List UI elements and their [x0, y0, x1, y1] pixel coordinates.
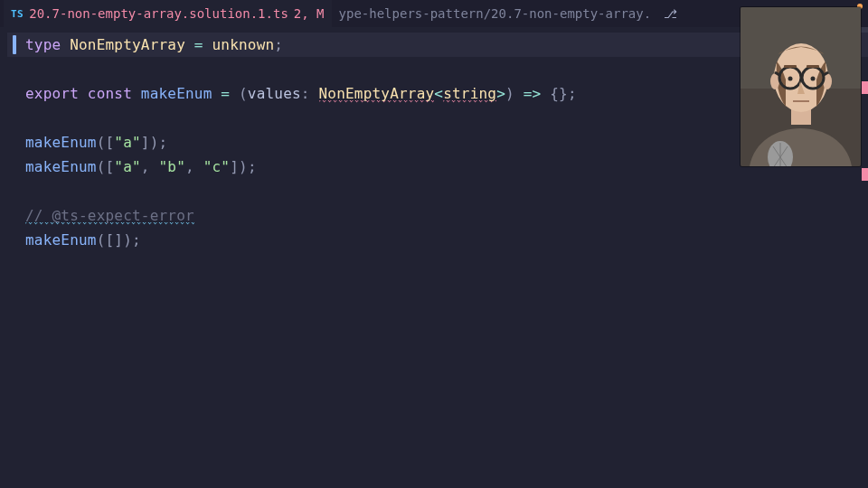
type-primitive-error: string	[443, 85, 496, 103]
tab-active[interactable]: TS 20.7-non-empty-array.solution.1.ts 2,…	[4, 0, 332, 27]
bracket: )	[239, 158, 248, 175]
comment-directive: // @ts-expect-error	[25, 207, 194, 225]
type-unknown: unknown	[212, 36, 275, 53]
code-editor[interactable]: type NonEmptyArray = unknown; export con…	[0, 27, 868, 252]
tab-filename: 20.7-non-empty-array.solution.1.ts	[29, 6, 288, 21]
text-cursor	[13, 35, 16, 54]
punctuation: :	[301, 85, 319, 102]
operator: =	[221, 85, 239, 102]
string-literal: "b"	[159, 158, 186, 175]
git-branch-icon[interactable]: ⎇	[664, 7, 677, 21]
parameter: values	[248, 85, 301, 102]
punctuation: ;	[132, 231, 141, 249]
operator: =	[194, 36, 212, 53]
bracket: [	[106, 158, 115, 175]
operator: <	[434, 85, 443, 102]
operator: >	[496, 85, 505, 102]
tab-filename-other: ype-helpers-pattern/20.7-non-empty-array…	[339, 6, 652, 21]
keyword: export	[25, 85, 88, 102]
bracket: ]	[230, 158, 239, 175]
arrow: =>	[524, 85, 551, 102]
editor-window: TS 20.7-non-empty-array.solution.1.ts 2,…	[0, 0, 868, 488]
svg-point-11	[788, 77, 793, 81]
tab-modified-badge: 2, M	[294, 6, 325, 21]
code-line[interactable]: makeEnum(["a", "b", "c"]);	[7, 155, 868, 179]
string-literal: "a"	[114, 158, 141, 175]
code-line[interactable]: makeEnum([]);	[7, 228, 868, 252]
bracket: )	[150, 134, 159, 151]
bracket: {	[550, 85, 559, 102]
typescript-icon: TS	[11, 8, 24, 20]
bracket: )	[505, 85, 524, 102]
code-line-empty[interactable]	[7, 179, 868, 203]
type-ref-error: NonEmptyArray	[319, 85, 435, 103]
punctuation: ,	[141, 158, 159, 175]
svg-rect-14	[807, 65, 819, 68]
bracket: }	[559, 85, 568, 102]
punctuation: ,	[185, 158, 203, 175]
bracket: (	[97, 231, 106, 249]
punctuation: ;	[274, 36, 283, 53]
code-line[interactable]: export const makeEnum = (values: NonEmpt…	[7, 81, 868, 106]
bracket: )	[123, 231, 132, 249]
string-literal: "a"	[114, 134, 141, 151]
bracket: (	[97, 134, 106, 151]
code-line[interactable]: makeEnum(["a"]);	[7, 130, 868, 155]
bracket: ]	[141, 134, 150, 151]
punctuation: ;	[248, 158, 257, 175]
type-name: NonEmptyArray	[70, 36, 194, 53]
keyword: type	[25, 36, 70, 53]
code-line[interactable]: type NonEmptyArray = unknown;	[7, 33, 868, 57]
function-name: makeEnum	[141, 85, 222, 102]
punctuation: ;	[159, 134, 168, 151]
person-illustration	[741, 7, 861, 166]
bracket: (	[239, 85, 248, 102]
code-line-empty[interactable]	[7, 106, 868, 130]
svg-rect-13	[784, 65, 797, 68]
bracket: ]	[114, 231, 123, 249]
tab-inactive[interactable]: ype-helpers-pattern/20.7-non-empty-array…	[332, 0, 659, 27]
webcam-overlay	[741, 7, 861, 166]
bracket: (	[97, 158, 106, 175]
function-call: makeEnum	[25, 158, 97, 175]
string-literal: "c"	[203, 158, 231, 175]
tab-bar: TS 20.7-non-empty-array.solution.1.ts 2,…	[0, 0, 868, 27]
bracket: [	[106, 134, 115, 151]
function-call: makeEnum	[25, 134, 97, 151]
code-line[interactable]: // @ts-expect-error	[7, 203, 868, 228]
punctuation: ;	[568, 85, 577, 102]
code-line-empty[interactable]	[7, 57, 868, 81]
bracket: [	[106, 231, 115, 249]
function-call: makeEnum	[25, 231, 97, 249]
svg-point-12	[811, 77, 816, 81]
keyword: const	[88, 85, 141, 102]
